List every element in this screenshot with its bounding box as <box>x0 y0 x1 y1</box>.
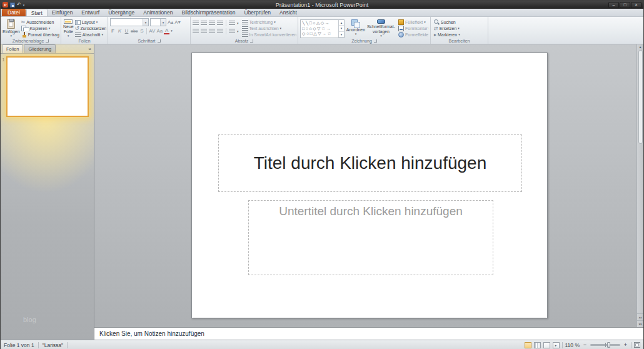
subtitle-placeholder[interactable]: Untertitel durch Klicken hinzufügen <box>248 200 493 275</box>
dropdown-icon[interactable]: ▾ <box>143 19 148 26</box>
normal-view-icon[interactable] <box>525 342 531 348</box>
minimize-button[interactable]: – <box>608 2 619 8</box>
shape-effects-button[interactable]: Formeffekte ▾ <box>397 32 429 38</box>
qat-dropdown-icon[interactable]: ▾ <box>23 3 25 7</box>
font-name-combo[interactable]: ▾ <box>110 18 149 26</box>
zoom-in-icon[interactable]: + <box>623 342 628 348</box>
slide-thumbnail[interactable] <box>6 56 89 117</box>
find-button[interactable]: Suchen <box>433 19 486 25</box>
dialog-launcher-icon[interactable] <box>374 39 377 43</box>
text-direction-button[interactable]: Textrichtung ▾ <box>241 19 296 25</box>
watermark-text: blog <box>23 316 36 323</box>
vertical-scrollbar[interactable]: ▴ ▴▴ ▾▾ <box>636 44 643 327</box>
reset-button[interactable]: ↺ Zurücksetzen <box>74 26 106 31</box>
tab-folien[interactable]: Folien <box>2 44 23 53</box>
paste-button[interactable]: Einfügen ▾ <box>3 18 20 38</box>
dropdown-icon[interactable]: ▾ <box>171 29 173 33</box>
zoom-slider-thumb[interactable] <box>607 342 610 348</box>
zoom-out-icon[interactable]: − <box>582 342 588 348</box>
arrange-button[interactable]: Anordnen ▾ <box>346 18 365 38</box>
increase-indent-icon[interactable] <box>217 21 223 26</box>
tab-gliederung[interactable]: Gliederung <box>24 44 56 53</box>
text-shadow-button[interactable]: S <box>139 28 144 34</box>
undo-icon[interactable]: ↶ <box>17 3 21 8</box>
tab-start[interactable]: Start <box>26 9 48 16</box>
numbering-icon[interactable] <box>201 21 207 26</box>
tab-datei[interactable]: Datei <box>2 9 26 16</box>
zoom-slider[interactable] <box>590 344 620 346</box>
replace-button[interactable]: ⇄ Ersetzen ▾ <box>433 26 486 31</box>
slideshow-view-icon[interactable]: ▸ <box>553 342 560 348</box>
group-label-zwischenablage: Zwischenablage <box>1 39 61 43</box>
shrink-font-button[interactable]: A▾ <box>174 19 180 26</box>
tab-uebergaenge[interactable]: Übergänge <box>104 9 139 16</box>
shape-outline-button[interactable]: Formkontur ▾ <box>397 26 429 31</box>
fit-to-window-icon[interactable] <box>634 342 640 348</box>
shape-fill-button[interactable]: Fülleffekt ▾ <box>397 19 429 25</box>
tab-einfuegen[interactable]: Einfügen <box>48 9 78 16</box>
close-pane-icon[interactable]: × <box>88 46 91 52</box>
dropdown-icon: ▾ <box>355 33 357 36</box>
dialog-launcher-icon[interactable] <box>46 39 49 43</box>
gallery-more-icon[interactable]: ▾ <box>339 32 344 38</box>
align-center-icon[interactable] <box>201 29 207 34</box>
columns-icon[interactable] <box>229 29 235 34</box>
slide-sorter-view-icon[interactable] <box>534 342 541 348</box>
tab-entwurf[interactable]: Entwurf <box>77 9 104 16</box>
dropdown-icon[interactable]: ▾ <box>237 30 239 33</box>
change-case-button[interactable]: Aa <box>156 28 163 34</box>
previous-slide-button[interactable]: ▴▴ <box>637 313 643 320</box>
font-color-button[interactable]: A <box>164 28 169 34</box>
title-placeholder[interactable]: Titel durch Klicken hinzufügen <box>218 134 522 192</box>
dropdown-icon[interactable]: ▾ <box>237 22 239 25</box>
bullets-icon[interactable] <box>193 21 199 26</box>
reading-view-icon[interactable] <box>543 342 550 348</box>
notes-pane[interactable]: Klicken Sie, um Notizen hinzuzufügen <box>94 327 643 340</box>
align-right-icon[interactable] <box>209 29 215 34</box>
dropdown-icon[interactable]: ▾ <box>160 19 166 26</box>
layout-button[interactable]: Layout ▾ <box>74 19 106 25</box>
align-left-icon[interactable] <box>193 29 199 34</box>
next-slide-button[interactable]: ▾▾ <box>637 320 643 327</box>
cut-button[interactable]: ✂ Ausschneiden <box>20 19 59 25</box>
character-spacing-button[interactable]: AV <box>149 28 155 34</box>
quick-styles-button[interactable]: Schnellformat- vorlagen ▾ <box>367 18 395 38</box>
dialog-launcher-icon[interactable] <box>250 39 253 43</box>
tab-bildschirmpraesentation[interactable]: Bildschirmpräsentation <box>178 9 240 16</box>
shapes-gallery[interactable]: ╲╲□○△◇→ □○⌂◇▽☆→ ◇○□△▽→☆ ▴ ▾ ▾ <box>300 19 345 38</box>
shapes-gallery-scrollbar[interactable]: ▴ ▾ ▾ <box>338 20 344 38</box>
grow-font-button[interactable]: A▴ <box>168 19 173 26</box>
save-icon[interactable] <box>10 3 15 8</box>
underline-button[interactable]: U <box>124 28 129 34</box>
zoom-level[interactable]: 110 % <box>565 342 580 348</box>
new-slide-button[interactable]: Neue Folie ▾ <box>63 18 74 38</box>
slide-canvas[interactable]: Titel durch Klicken hinzufügen Untertite… <box>191 53 548 318</box>
dropdown-icon: ▾ <box>424 21 426 24</box>
italic-button[interactable]: K <box>117 28 123 34</box>
justify-icon[interactable] <box>217 29 223 34</box>
tab-ansicht[interactable]: Ansicht <box>275 9 301 16</box>
align-text-button[interactable]: Text ausrichten ▾ <box>241 26 296 31</box>
scroll-up-icon[interactable]: ▴ <box>339 20 344 26</box>
close-button[interactable]: × <box>631 2 641 8</box>
section-button[interactable]: Abschnitt ▾ <box>74 32 106 38</box>
line-spacing-icon[interactable] <box>229 21 235 26</box>
copy-button[interactable]: Kopieren ▾ <box>20 26 59 31</box>
scroll-down-icon[interactable]: ▾ <box>339 26 344 31</box>
convert-to-smartart-button[interactable]: In SmartArt konvertieren ▾ <box>241 32 296 38</box>
decrease-indent-icon[interactable] <box>209 21 215 26</box>
strikethrough-button[interactable]: abc <box>131 28 138 34</box>
tab-animationen[interactable]: Animationen <box>139 9 177 16</box>
notes-placeholder: Klicken Sie, um Notizen hinzuzufügen <box>99 330 204 337</box>
format-painter-button[interactable]: Format übertragen <box>20 32 59 38</box>
select-button[interactable]: ▸ Markieren ▾ <box>433 32 486 38</box>
font-size-combo[interactable]: ▾ <box>150 18 166 26</box>
powerpoint-logo-icon[interactable] <box>3 2 8 8</box>
maximize-button[interactable]: □ <box>620 2 630 8</box>
dialog-launcher-icon[interactable] <box>158 39 161 43</box>
window-title: Präsentation1 - Microsoft PowerPoint <box>1 2 643 8</box>
tab-ueberpruefen[interactable]: Überprüfen <box>240 9 276 16</box>
scroll-up-icon[interactable]: ▴ <box>639 44 641 49</box>
bold-button[interactable]: F <box>110 28 116 34</box>
scrollbar-thumb[interactable] <box>638 50 643 144</box>
